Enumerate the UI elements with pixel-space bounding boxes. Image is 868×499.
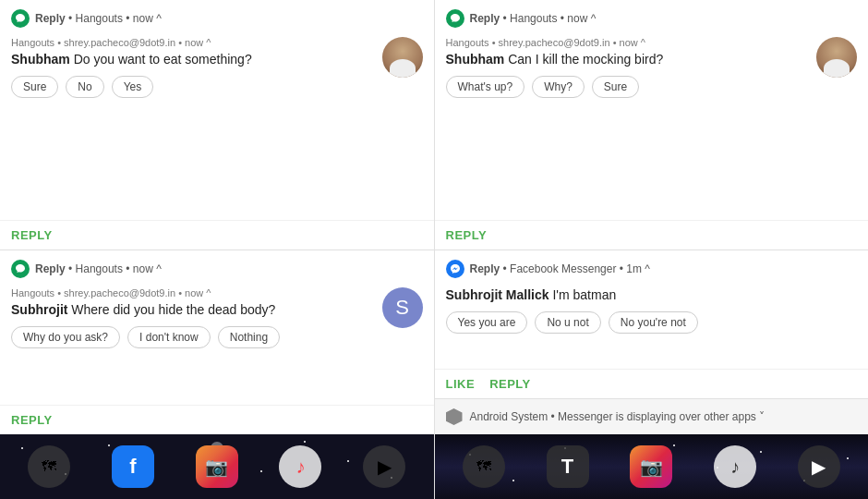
- card3-sender: Subhrojit: [11, 302, 67, 317]
- system-message: Android System • Messenger is displaying…: [470, 410, 858, 423]
- notification-card-2: Reply • Hangouts • now ^ Hangouts • shre…: [435, 0, 869, 250]
- play-icon-4[interactable]: ▶: [798, 445, 840, 488]
- reply-chip-yesyouare[interactable]: Yes you are: [446, 311, 528, 334]
- card4-replies: Yes you are No u not No you're not: [446, 311, 858, 334]
- facebook-messenger-icon: [446, 260, 464, 278]
- reply-chip-sure-1[interactable]: Sure: [11, 76, 58, 98]
- card1-action-bar: REPLY: [0, 220, 434, 250]
- card4-content: Subhrojit Mallick I'm batman Yes you are…: [446, 287, 858, 334]
- card1-message: Shubham Do you want to eat something?: [11, 52, 373, 67]
- card2-message: Shubham Can I kill the mocking bird?: [446, 52, 808, 67]
- card4-message: Subhrojit Mallick I'm batman: [446, 287, 858, 302]
- hangouts-icon-3: [11, 260, 30, 278]
- card1-message-text: Do you want to eat something?: [74, 52, 252, 67]
- card2-message-text: Can I kill the mocking bird?: [508, 52, 663, 67]
- hangouts-icon: [11, 9, 30, 28]
- hangouts-icon-2: [446, 9, 464, 28]
- facebook-app-icon[interactable]: f: [112, 445, 154, 488]
- card3-message-text: Where did you hide the dead body?: [71, 302, 275, 317]
- card2-header-text: Reply • Hangouts • now ^: [470, 12, 858, 25]
- reply-chip-why[interactable]: Why?: [532, 76, 585, 98]
- card3-replies: Why do you ask? I don't know Nothing: [11, 326, 373, 348]
- card2-reply-btn[interactable]: REPLY: [446, 228, 488, 242]
- card1-header: Reply • Hangouts • now ^: [0, 0, 434, 33]
- reply-chip-no-1[interactable]: No: [66, 76, 103, 98]
- card2-meta: Hangouts • shrey.pacheco@9dot9.in • now …: [446, 37, 808, 48]
- notification-card-3: Reply • Hangouts • now ^ Hangouts • shre…: [0, 250, 434, 500]
- card3-avatar: S: [382, 287, 423, 328]
- reply-chip-nounot[interactable]: No u not: [535, 311, 600, 334]
- card2-action-bar: REPLY: [435, 220, 869, 250]
- card2-sender: Shubham: [446, 52, 505, 67]
- reply-chip-nothing[interactable]: Nothing: [218, 326, 280, 348]
- card1-header-text: Reply • Hangouts • now ^: [35, 12, 423, 25]
- card1-meta: Hangouts • shrey.pacheco@9dot9.in • now …: [11, 37, 373, 48]
- card1-replies: Sure No Yes: [11, 76, 373, 98]
- card4-message-text: I'm batman: [552, 287, 616, 302]
- card2-content: Hangouts • shrey.pacheco@9dot9.in • now …: [446, 37, 808, 98]
- card2-body: Hangouts • shrey.pacheco@9dot9.in • now …: [435, 33, 869, 220]
- card1-body: Hangouts • shrey.pacheco@9dot9.in • now …: [0, 33, 434, 220]
- card4-action-bar: LIKE REPLY: [435, 369, 869, 398]
- card3-header: Reply • Hangouts • now ^: [0, 250, 434, 284]
- card3-action-bar: REPLY: [0, 405, 434, 434]
- card1-reply-btn[interactable]: REPLY: [11, 228, 53, 242]
- t-icon-4[interactable]: T: [547, 445, 589, 488]
- card2-avatar: [816, 37, 857, 78]
- android-system-icon: [446, 408, 463, 425]
- card3-header-text: Reply • Hangouts • now ^: [35, 262, 423, 275]
- instagram-icon[interactable]: 📷: [196, 445, 238, 488]
- android-system-bar: Android System • Messenger is displaying…: [435, 398, 869, 434]
- play-store-icon[interactable]: ▶: [363, 445, 405, 488]
- reply-chip-idontknow[interactable]: I don't know: [127, 326, 211, 348]
- card4-like-btn[interactable]: LIKE: [446, 377, 476, 391]
- app-dock-4: 🗺 T 📷 ♪ ▶: [435, 434, 869, 499]
- google-maps-icon-4[interactable]: 🗺: [463, 445, 505, 488]
- card4-header: Reply • Facebook Messenger • 1m ^: [435, 250, 869, 284]
- app-dock-3: 🗺 f 📷 ♪ ▶: [0, 434, 434, 499]
- card3-meta: Hangouts • shrey.pacheco@9dot9.in • now …: [11, 287, 373, 298]
- card2-header: Reply • Hangouts • now ^: [435, 0, 869, 33]
- card4-reply-btn[interactable]: REPLY: [489, 377, 531, 391]
- card1-content: Hangouts • shrey.pacheco@9dot9.in • now …: [11, 37, 373, 98]
- reply-chip-noyourenot[interactable]: No you're not: [609, 311, 698, 334]
- notification-card-1: Reply • Hangouts • now ^ Hangouts • shre…: [0, 0, 434, 250]
- instagram-icon-4[interactable]: 📷: [630, 445, 672, 488]
- music-icon-4[interactable]: ♪: [714, 445, 756, 488]
- card4-sender: Subhrojit Mallick: [446, 287, 549, 302]
- card3-message: Subhrojit Where did you hide the dead bo…: [11, 302, 373, 317]
- card2-replies: What's up? Why? Sure: [446, 76, 808, 98]
- card1-avatar: [382, 37, 423, 78]
- reply-chip-yes-1[interactable]: Yes: [112, 76, 154, 98]
- card3-content: Hangouts • shrey.pacheco@9dot9.in • now …: [11, 287, 373, 348]
- card1-sender: Shubham: [11, 52, 70, 67]
- card3-body: Hangouts • shrey.pacheco@9dot9.in • now …: [0, 284, 434, 406]
- reply-chip-whatsup[interactable]: What's up?: [446, 76, 525, 98]
- reply-chip-wdya[interactable]: Why do you ask?: [11, 326, 120, 348]
- notification-card-4: Reply • Facebook Messenger • 1m ^ Subhro…: [435, 250, 869, 500]
- card4-header-text: Reply • Facebook Messenger • 1m ^: [470, 262, 858, 275]
- card4-body: Subhrojit Mallick I'm batman Yes you are…: [435, 284, 869, 370]
- reply-chip-sure-2[interactable]: Sure: [592, 76, 639, 98]
- card3-reply-btn[interactable]: REPLY: [11, 413, 53, 427]
